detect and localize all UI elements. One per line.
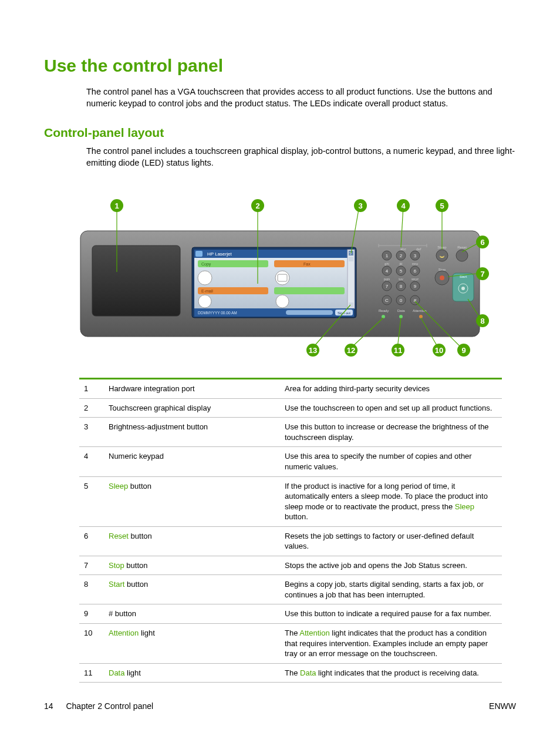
callout-13: 13 (306, 344, 319, 357)
svg-point-72 (440, 275, 444, 280)
chapter-label: Chapter 2 Control panel (66, 701, 153, 711)
table-row: 7Stop buttonStops the active job and ope… (79, 556, 502, 575)
svg-point-19 (276, 295, 289, 308)
intro-text: The control panel has a VGA touchscreen … (86, 86, 516, 109)
page-number: 14 (44, 701, 53, 711)
svg-rect-18 (274, 287, 345, 294)
svg-text:mno: mno (412, 262, 419, 266)
svg-text:7: 7 (386, 284, 389, 289)
svg-text:5: 5 (400, 268, 403, 274)
table-row: 4Numeric keypadUse this area to specify … (79, 447, 502, 476)
table-row: 6Reset buttonResets the job settings to … (79, 526, 502, 556)
table-row: 5Sleep buttonIf the product is inactive … (79, 476, 502, 526)
svg-rect-23 (349, 257, 353, 261)
table-row: 11Data lightThe Data light indicates tha… (79, 663, 502, 683)
svg-text:4: 4 (386, 268, 389, 274)
svg-text:ghi: ghi (384, 262, 389, 266)
svg-text:DDMMYYYY  00.00 AM: DDMMYYYY 00.00 AM (198, 311, 237, 315)
svg-text:Copy: Copy (201, 262, 211, 267)
section-heading: Control-panel layout (44, 126, 516, 140)
callout-11: 11 (392, 344, 404, 357)
svg-text:pqrs: pqrs (384, 277, 390, 281)
svg-text:Data: Data (397, 309, 405, 312)
table-row: 1Hardware integration portArea for addin… (79, 379, 502, 399)
svg-rect-1 (92, 246, 180, 316)
svg-text:2: 2 (400, 253, 403, 258)
svg-text:3: 3 (414, 253, 417, 258)
svg-rect-5 (195, 251, 203, 257)
svg-text:Ready: Ready (379, 309, 389, 312)
svg-text:9: 9 (414, 284, 417, 289)
callout-8: 8 (476, 314, 489, 327)
callout-6: 6 (476, 236, 489, 248)
svg-text:1: 1 (386, 253, 389, 258)
svg-rect-27 (286, 310, 333, 315)
svg-text:E-mail: E-mail (201, 289, 213, 293)
callout-table: 1Hardware integration portArea for addin… (79, 378, 502, 683)
svg-text:wxyz: wxyz (411, 277, 419, 281)
table-row: 2Touchscreen graphical displayUse the to… (79, 398, 502, 418)
svg-point-13 (198, 295, 211, 308)
svg-text:def: def (416, 247, 421, 251)
svg-text:abc: abc (400, 247, 406, 251)
callout-12: 12 (345, 344, 357, 357)
svg-text:8: 8 (400, 284, 403, 289)
svg-text:HP Laserjet: HP Laserjet (207, 251, 232, 257)
svg-text:jkl: jkl (399, 262, 402, 266)
svg-point-76 (461, 287, 465, 290)
footer-right: ENWW (489, 701, 516, 711)
table-row: 10Attention lightThe Attention light ind… (79, 624, 502, 664)
svg-text:0: 0 (400, 298, 403, 303)
section-intro: The control panel includes a touchscreen… (86, 146, 516, 169)
callout-9: 9 (457, 344, 470, 357)
svg-point-9 (198, 271, 212, 285)
svg-point-67 (436, 250, 448, 261)
table-row: 9# buttonUse this button to indicate a r… (79, 604, 502, 624)
svg-point-69 (456, 250, 468, 261)
control-panel-diagram: HP Laserjet Copy E-mail Fax ? DDMMYYYY 0… (75, 184, 485, 354)
svg-text:6: 6 (414, 268, 417, 274)
callout-10: 10 (433, 344, 446, 357)
page-title: Use the control panel (44, 56, 516, 76)
svg-text:tuv: tuv (399, 277, 403, 281)
callout-7: 7 (476, 267, 489, 280)
page-footer: 14 Chapter 2 Control panel ENWW (44, 701, 516, 711)
svg-text:Fax: Fax (303, 262, 311, 266)
svg-text:C: C (385, 298, 389, 303)
table-row: 3Brightness-adjustment buttonUse this bu… (79, 418, 502, 447)
svg-text:Reset: Reset (457, 246, 467, 249)
table-row: 8Start buttonBegins a copy job, starts d… (79, 575, 502, 604)
